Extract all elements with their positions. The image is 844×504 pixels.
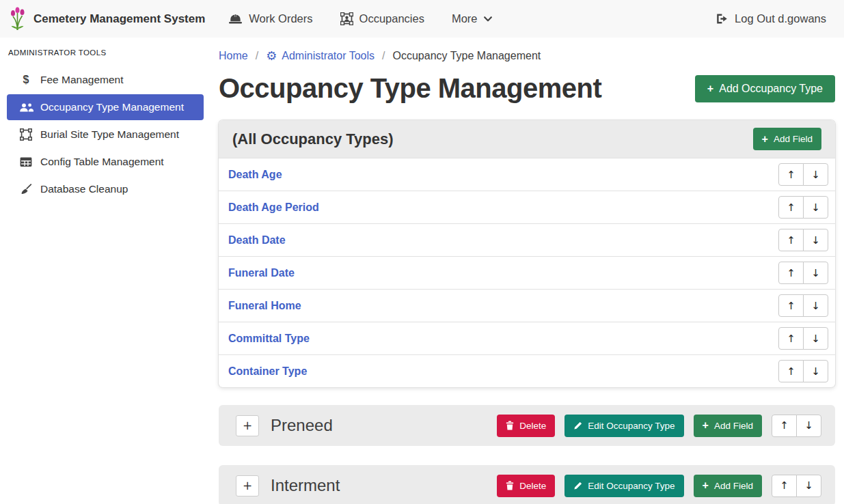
move-up-button[interactable]: ↑ bbox=[778, 262, 804, 284]
move-down-button[interactable]: ↓ bbox=[803, 360, 828, 382]
move-down-button[interactable]: ↓ bbox=[803, 196, 828, 219]
field-row: Death Date ↑ ↓ bbox=[219, 223, 835, 256]
pencil-icon bbox=[573, 481, 582, 490]
edit-occupancy-type-button[interactable]: Edit Occupancy Type bbox=[564, 475, 683, 497]
vector-square-icon bbox=[18, 128, 34, 141]
sidebar-item-label: Fee Management bbox=[40, 74, 124, 86]
field-link-container-type[interactable]: Container Type bbox=[228, 365, 307, 378]
table-icon bbox=[18, 157, 34, 167]
move-down-button[interactable]: ↓ bbox=[803, 327, 828, 350]
expand-button[interactable]: + bbox=[236, 475, 259, 496]
field-link-death-age[interactable]: Death Age bbox=[228, 169, 282, 181]
move-down-button[interactable]: ↓ bbox=[796, 475, 821, 497]
breadcrumb: Home / ⚙ Administrator Tools / Occupancy… bbox=[219, 50, 835, 62]
edit-occupancy-type-button[interactable]: Edit Occupancy Type bbox=[564, 415, 683, 437]
app-brand[interactable]: Cemetery Management System bbox=[8, 7, 205, 31]
sidebar-item-burial-site-type-management[interactable]: Burial Site Type Management bbox=[0, 121, 212, 148]
move-down-button[interactable]: ↓ bbox=[803, 163, 828, 186]
reorder-arrow-group: ↑ ↓ bbox=[778, 163, 828, 186]
sidebar-item-config-table-management[interactable]: Config Table Management bbox=[0, 148, 212, 176]
pencil-icon bbox=[573, 421, 582, 430]
expand-button[interactable]: + bbox=[236, 415, 259, 436]
sidebar-item-occupancy-type-management[interactable]: Occupancy Type Management bbox=[7, 94, 204, 120]
move-up-button[interactable]: ↑ bbox=[772, 475, 797, 497]
field-row: Committal Type ↑ ↓ bbox=[219, 322, 835, 354]
occupancy-type-bar-interment: + Interment Delete bbox=[219, 465, 835, 504]
delete-button[interactable]: Delete bbox=[497, 415, 555, 437]
breadcrumb-label: Administrator Tools bbox=[282, 50, 375, 62]
breadcrumb-current: Occupancy Type Management bbox=[393, 50, 541, 62]
reorder-arrow-group: ↑ ↓ bbox=[778, 229, 828, 251]
reorder-arrow-group: ↑ ↓ bbox=[778, 360, 828, 382]
sidebar-item-database-cleanup[interactable]: Database Cleanup bbox=[0, 176, 212, 203]
field-link-committal-type[interactable]: Committal Type bbox=[228, 333, 310, 345]
breadcrumb-separator: / bbox=[256, 50, 258, 62]
breadcrumb-home-link[interactable]: Home bbox=[219, 50, 248, 62]
move-up-button[interactable]: ↑ bbox=[778, 327, 804, 350]
nav-occupancies[interactable]: Occupancies bbox=[327, 0, 438, 38]
button-label: Delete bbox=[519, 421, 546, 431]
field-link-funeral-home[interactable]: Funeral Home bbox=[228, 300, 301, 312]
sidebar-item-label: Database Cleanup bbox=[40, 183, 128, 195]
move-down-button[interactable]: ↓ bbox=[803, 262, 828, 284]
button-label: Add Field bbox=[714, 481, 753, 491]
nav-more[interactable]: More bbox=[438, 0, 506, 38]
panel-header: (All Occupancy Types) + Add Field bbox=[219, 120, 835, 158]
logout-button[interactable]: Log Out d.gowans bbox=[716, 12, 826, 25]
logout-label: Log Out d.gowans bbox=[735, 12, 826, 25]
breadcrumb-admin-tools-link[interactable]: ⚙ Administrator Tools bbox=[266, 50, 375, 62]
move-down-button[interactable]: ↓ bbox=[803, 229, 828, 251]
move-up-button[interactable]: ↑ bbox=[778, 229, 804, 251]
move-up-button[interactable]: ↑ bbox=[778, 294, 804, 317]
field-row: Funeral Date ↑ ↓ bbox=[219, 256, 835, 289]
panel-add-field-button[interactable]: + Add Field bbox=[753, 128, 821, 150]
bar-actions: Delete Edit Occupancy Type + Add Field ↑ bbox=[497, 415, 821, 437]
gear-icon: ⚙ bbox=[266, 50, 277, 62]
reorder-arrow-group: ↑ ↓ bbox=[778, 196, 828, 219]
field-row: Funeral Home ↑ ↓ bbox=[219, 289, 835, 322]
bar-actions: Delete Edit Occupancy Type + Add Field ↑ bbox=[497, 475, 821, 497]
button-label: Delete bbox=[519, 481, 546, 491]
panel-title: (All Occupancy Types) bbox=[232, 130, 394, 148]
button-label: Edit Occupancy Type bbox=[588, 421, 675, 431]
sidebar-item-label: Occupancy Type Management bbox=[40, 101, 184, 113]
page-title: Occupancy Type Management bbox=[219, 73, 601, 104]
sidebar-item-label: Burial Site Type Management bbox=[40, 128, 179, 141]
main-content: Home / ⚙ Administrator Tools / Occupancy… bbox=[212, 38, 844, 504]
add-occupancy-type-button[interactable]: + Add Occupancy Type bbox=[695, 75, 835, 102]
move-down-button[interactable]: ↓ bbox=[803, 294, 828, 317]
occupancy-frame-icon bbox=[340, 12, 353, 25]
chevron-down-icon bbox=[484, 16, 492, 22]
reorder-arrow-group: ↑ ↓ bbox=[778, 294, 828, 317]
tulip-logo-icon bbox=[8, 7, 27, 31]
trash-icon bbox=[506, 481, 514, 490]
move-down-button[interactable]: ↓ bbox=[796, 415, 821, 437]
field-link-death-date[interactable]: Death Date bbox=[228, 234, 286, 247]
reorder-arrow-group: ↑ ↓ bbox=[772, 475, 821, 497]
add-field-button[interactable]: + Add Field bbox=[694, 415, 762, 437]
field-link-funeral-date[interactable]: Funeral Date bbox=[228, 267, 295, 279]
button-label: Add Occupancy Type bbox=[719, 83, 823, 95]
nav-item-label: Occupancies bbox=[359, 12, 424, 25]
move-up-button[interactable]: ↑ bbox=[778, 360, 804, 382]
nav-work-orders[interactable]: Work Orders bbox=[215, 0, 326, 38]
move-up-button[interactable]: ↑ bbox=[772, 415, 797, 437]
plus-icon: + bbox=[703, 420, 709, 431]
all-occupancy-types-panel: (All Occupancy Types) + Add Field Death … bbox=[219, 120, 835, 387]
plus-icon: + bbox=[762, 134, 768, 145]
sidebar-item-fee-management[interactable]: $ Fee Management bbox=[0, 66, 212, 94]
top-navbar: Cemetery Management System Work Orders bbox=[0, 0, 844, 38]
breadcrumb-label: Home bbox=[219, 50, 248, 62]
delete-button[interactable]: Delete bbox=[497, 475, 555, 497]
field-link-death-age-period[interactable]: Death Age Period bbox=[228, 201, 319, 214]
plus-icon: + bbox=[703, 480, 709, 491]
sign-out-icon bbox=[716, 13, 729, 25]
reorder-arrow-group: ↑ ↓ bbox=[772, 415, 821, 437]
breadcrumb-separator: / bbox=[382, 50, 385, 62]
reorder-arrow-group: ↑ ↓ bbox=[778, 262, 828, 284]
add-field-button[interactable]: + Add Field bbox=[694, 475, 762, 497]
button-label: Add Field bbox=[714, 421, 753, 431]
move-up-button[interactable]: ↑ bbox=[778, 196, 804, 219]
move-up-button[interactable]: ↑ bbox=[778, 163, 804, 186]
hard-hat-icon bbox=[228, 14, 243, 25]
